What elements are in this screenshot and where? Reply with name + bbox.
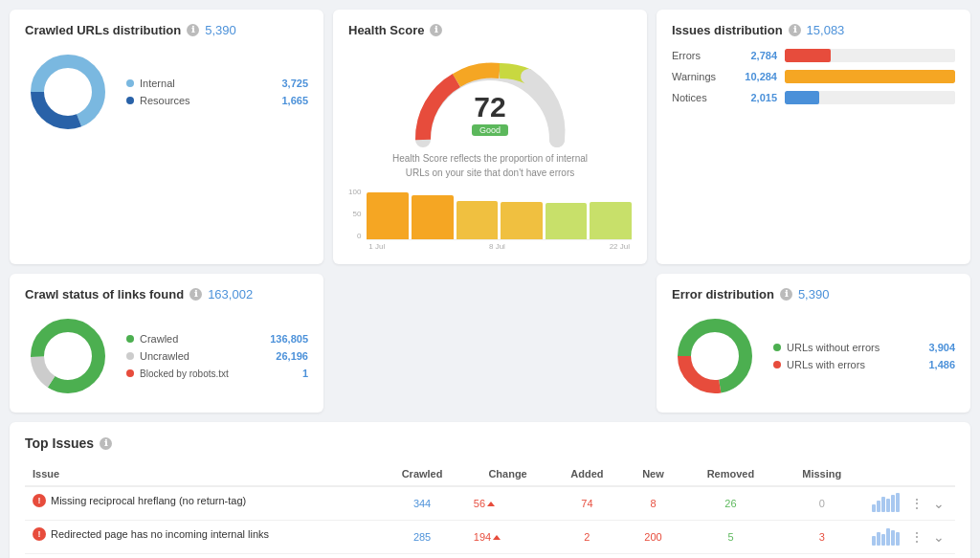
table-row[interactable]: ! Missing reciprocal hreflang (no return… — [25, 486, 955, 521]
legend-item-crawled: Crawled 136,805 — [126, 333, 308, 345]
warning-label: Warnings — [672, 71, 729, 82]
change-value: 194 — [474, 531, 543, 543]
error-distribution-title-text: Error distribution — [672, 287, 774, 301]
error-distribution-card: Error distribution ℹ 5,390 — [657, 274, 970, 413]
notice-row: Notices 2,015 — [672, 91, 955, 104]
no-errors-value: 3,904 — [928, 342, 955, 353]
change-value: 56 — [474, 498, 543, 509]
missing-cell: 3 — [779, 521, 864, 554]
legend-item-no-errors: URLs without errors 3,904 — [773, 342, 955, 353]
crawl-status-title-text: Crawl status of links found — [25, 287, 184, 301]
legend-item-with-errors: URLs with errors 1,486 — [773, 359, 955, 370]
issue-name: Redirected page has no incoming internal… — [51, 528, 269, 540]
col-header-added: Added — [549, 462, 624, 486]
issues-distribution-count: 15,083 — [807, 23, 845, 37]
col-header-new: New — [624, 462, 681, 486]
crawled-cell: 344 — [378, 486, 465, 521]
blocked-value: 1 — [302, 368, 308, 379]
error-distribution-info-icon[interactable]: ℹ — [780, 288, 792, 301]
mini-bar-2 — [881, 497, 885, 512]
health-chart-bars — [367, 188, 632, 240]
health-score-title-text: Health Score — [348, 23, 424, 37]
error-distribution-count: 5,390 — [798, 287, 830, 301]
issue-name-cell: ! Redirected page has no incoming intern… — [25, 521, 378, 547]
top-issues-title: Top Issues ℹ — [25, 435, 955, 451]
mini-bar-3 — [886, 528, 890, 546]
more-options-button[interactable]: ⋮ — [907, 527, 926, 547]
added-cell: 74 — [549, 486, 624, 521]
health-score-info-icon[interactable]: ℹ — [430, 24, 442, 36]
issues-table: Issue Crawled Change Added New Removed M… — [25, 462, 955, 558]
error-icon: ! — [33, 527, 46, 541]
new-cell: 8 — [624, 486, 681, 521]
warning-fill — [785, 70, 955, 83]
health-score-badge: Good — [472, 124, 508, 136]
crawl-status-card: Crawl status of links found ℹ 163,002 — [10, 274, 323, 413]
crawled-dot — [126, 335, 134, 343]
warning-row: Warnings 10,284 — [672, 70, 955, 83]
expand-button[interactable]: ⌄ — [930, 494, 947, 513]
col-header-actions — [864, 462, 955, 486]
legend-item-resources: Resources 1,665 — [126, 95, 308, 106]
expand-button[interactable]: ⌄ — [930, 527, 947, 547]
error-fill — [785, 49, 831, 62]
error-track — [785, 49, 955, 62]
row-actions: ⋮ ⌄ — [872, 494, 947, 513]
error-count: 2,784 — [737, 50, 777, 61]
legend-item-uncrawled: Uncrawled 26,196 — [126, 350, 308, 362]
top-issues-info-icon[interactable]: ℹ — [100, 437, 112, 450]
error-distribution-donut — [672, 313, 758, 399]
error-row: Errors 2,784 — [672, 49, 955, 62]
error-distribution-donut-section: URLs without errors 3,904 URLs with erro… — [672, 313, 955, 399]
crawl-status-info-icon[interactable]: ℹ — [189, 288, 202, 301]
warning-track — [785, 70, 955, 83]
new-cell: 200 — [624, 521, 681, 554]
health-bar-6 — [590, 202, 632, 239]
mini-bar-0 — [872, 504, 876, 512]
crawl-status-donut — [25, 313, 111, 399]
col-header-crawled: Crawled — [378, 462, 465, 486]
issue-name-cell: ! Missing reciprocal hreflang (no return… — [25, 487, 378, 514]
error-distribution-legend: URLs without errors 3,904 URLs with erro… — [773, 342, 955, 370]
crawled-label: Crawled — [140, 333, 264, 345]
missing-cell: 0 — [779, 486, 864, 521]
mini-bar-0 — [872, 536, 876, 546]
crawl-status-donut-section: Crawled 136,805 Uncrawled 26,196 Blocked… — [25, 313, 308, 399]
issues-bars: Errors 2,784 Warnings 10,284 Notices 2,0… — [672, 49, 955, 104]
added-cell: 2 — [549, 554, 624, 559]
crawled-urls-card: Crawled URLs distribution ℹ 5,390 — [10, 10, 323, 264]
health-chart-bars-wrapper: 1 Jul 8 Jul 22 Jul — [367, 188, 632, 251]
health-chart-x-labels: 1 Jul 8 Jul 22 Jul — [367, 242, 632, 251]
mini-bar-1 — [877, 501, 880, 512]
removed-cell: 0 — [682, 554, 780, 559]
mini-bars — [872, 495, 900, 512]
missing-cell: 0 — [779, 554, 864, 559]
health-score-number: 72 — [472, 93, 508, 122]
table-row[interactable]: ! Meta description tag missing or empty … — [25, 554, 955, 559]
issues-distribution-info-icon[interactable]: ℹ — [789, 24, 801, 36]
mini-bar-5 — [896, 493, 900, 512]
health-score-description: Health Score reflects the proportion of … — [385, 151, 595, 180]
error-label: Errors — [672, 50, 729, 61]
uncrawled-label: Uncrawled — [140, 350, 270, 362]
blocked-label: Blocked by robots.txt — [140, 368, 297, 379]
issue-name: Missing reciprocal hreflang (no return-t… — [51, 495, 246, 506]
notice-label: Notices — [672, 92, 729, 103]
with-errors-dot — [773, 361, 781, 368]
x-label-22jul: 22 Jul — [610, 242, 630, 251]
no-errors-label: URLs without errors — [787, 342, 923, 353]
crawled-urls-info-icon[interactable]: ℹ — [187, 24, 199, 36]
removed-cell: 5 — [682, 521, 780, 554]
crawled-urls-legend: Internal 3,725 Resources 1,665 — [126, 78, 308, 106]
error-distribution-title: Error distribution ℹ 5,390 — [672, 287, 955, 301]
col-header-removed: Removed — [682, 462, 780, 486]
table-row[interactable]: ! Redirected page has no incoming intern… — [25, 521, 955, 554]
internal-value: 3,725 — [281, 78, 308, 89]
internal-dot — [126, 79, 134, 87]
crawled-urls-title: Crawled URLs distribution ℹ 5,390 — [25, 23, 308, 37]
arrow-up-icon — [493, 535, 501, 540]
mini-bar-3 — [886, 499, 890, 512]
health-bar-5 — [546, 203, 588, 239]
crawled-value: 136,805 — [270, 333, 308, 345]
more-options-button[interactable]: ⋮ — [907, 494, 926, 513]
